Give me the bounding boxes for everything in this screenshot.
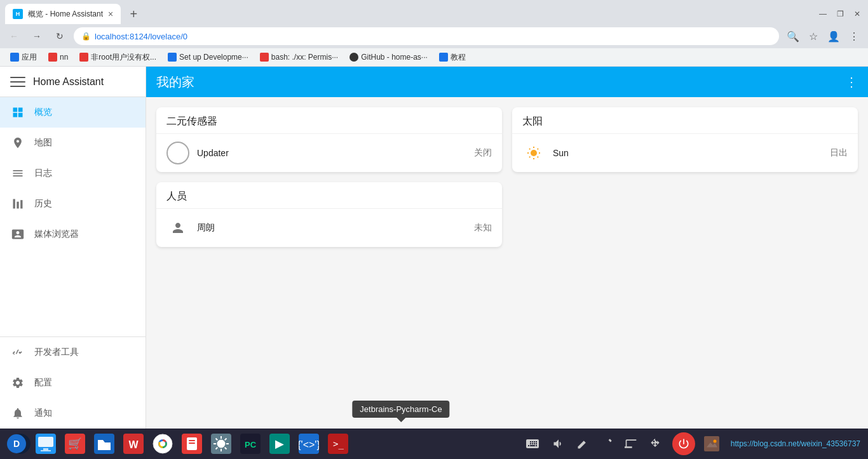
svg-rect-27: [187, 437, 197, 450]
taskbar-app-android[interactable]: ▶: [266, 430, 294, 458]
sidebar-item-config[interactable]: 配置: [0, 368, 146, 398]
back-button[interactable]: ←: [5, 27, 23, 45]
svg-rect-32: [240, 434, 261, 454]
svg-rect-36: [299, 434, 319, 454]
tray-arrows[interactable]: [646, 430, 665, 458]
taskbar-app-vscode[interactable]: {'<>'}: [295, 430, 323, 458]
tray-keyboard[interactable]: [521, 432, 544, 455]
profile-button[interactable]: 👤: [825, 27, 843, 45]
taskbar-app-pycharm[interactable]: PC: [236, 430, 264, 458]
svg-rect-30: [211, 434, 231, 454]
svg-text:{'<>'}: {'<>'}: [299, 439, 319, 450]
bookmark-label: GitHub - home-as···: [361, 53, 428, 62]
svg-rect-40: [704, 436, 719, 451]
bookmark-non-root[interactable]: 非root用户没有权...: [74, 51, 161, 64]
hamburger-menu[interactable]: [10, 74, 25, 90]
bookmark-nn[interactable]: nn: [43, 51, 73, 63]
new-tab-button[interactable]: +: [123, 4, 144, 24]
tooltip-arrow: [397, 418, 405, 422]
lock-icon: 🔒: [81, 32, 91, 41]
sidebar-item-label: 开发者工具: [34, 347, 79, 358]
bookmark-bash[interactable]: bash: ./xx: Permis···: [255, 51, 343, 63]
sidebar-header: Home Assistant: [0, 67, 146, 97]
restore-button[interactable]: ❐: [837, 10, 844, 18]
taskbar-app-deepin[interactable]: D: [3, 430, 31, 458]
notify-icon: [10, 406, 25, 421]
entity-state: 关闭: [474, 147, 492, 159]
sidebar-item-dev[interactable]: 开发者工具: [0, 337, 146, 368]
taskbar-app-terminal[interactable]: >_: [324, 430, 352, 458]
sidebar-item-overview[interactable]: 概览: [0, 97, 146, 128]
tray-power[interactable]: [672, 432, 695, 455]
svg-rect-20: [94, 434, 114, 454]
entity-name: 周朗: [197, 222, 474, 234]
sidebar-item-map[interactable]: 地图: [0, 128, 146, 158]
media-icon: [10, 227, 25, 242]
sidebar-item-log[interactable]: 日志: [0, 158, 146, 189]
window-controls: — ❐ ✕: [819, 10, 868, 18]
taskbar-app-store[interactable]: 🛒: [61, 430, 89, 458]
dashboard: 二元传感器 Updater 关闭 太阳: [146, 97, 868, 459]
bookmarks-bar: 应用 nn 非root用户没有权... Set up Developme··· …: [0, 48, 868, 67]
sidebar-item-notify[interactable]: 通知: [0, 398, 146, 429]
entity-name: Sun: [553, 148, 830, 158]
minimize-button[interactable]: —: [819, 10, 827, 18]
taskbar-app-settings[interactable]: [207, 430, 235, 458]
bookmark-setup[interactable]: Set up Developme···: [163, 51, 254, 63]
forward-button[interactable]: →: [28, 27, 46, 45]
svg-rect-29: [189, 442, 195, 444]
topbar: 我的家 ⋮: [146, 67, 868, 97]
config-icon: [10, 375, 25, 390]
close-button[interactable]: ✕: [854, 10, 860, 18]
entity-name: Updater: [197, 148, 474, 158]
cards-row-2: 人员 周朗 未知: [156, 182, 858, 247]
svg-line-9: [538, 157, 538, 157]
taskbar-app-archive[interactable]: [178, 430, 206, 458]
svg-point-3: [531, 150, 537, 156]
sidebar-title: Home Assistant: [33, 76, 104, 88]
entity-row[interactable]: 周朗 未知: [156, 209, 502, 247]
svg-point-23: [153, 434, 172, 453]
tray-website: https://blog.csdn.net/weixin_43536737: [731, 439, 860, 448]
active-tab[interactable]: H 概览 - Home Assistant ×: [5, 4, 121, 24]
tray-screen[interactable]: [621, 430, 641, 458]
entity-row[interactable]: Updater 关闭: [156, 134, 502, 172]
taskbar-app-files[interactable]: [90, 430, 118, 458]
svg-rect-16: [43, 448, 48, 450]
sidebar-item-label: 媒体浏览器: [34, 229, 79, 240]
taskbar-app-chrome[interactable]: [149, 430, 177, 458]
tray-sound[interactable]: [549, 430, 568, 458]
svg-point-41: [713, 440, 716, 443]
sidebar-item-label: 日志: [34, 168, 52, 179]
refresh-button[interactable]: ↻: [51, 27, 69, 45]
taskbar-app-wps[interactable]: W: [119, 430, 147, 458]
url-bar[interactable]: 🔒 localhost:8124/lovelace/0: [74, 27, 779, 45]
bookmark-label: Set up Developme···: [179, 53, 248, 62]
tray-area: https://blog.csdn.net/weixin_43536737: [521, 430, 865, 458]
sidebar-item-label: 配置: [34, 377, 52, 389]
bookmark-label: nn: [60, 53, 68, 62]
svg-line-8: [529, 149, 530, 149]
tooltip-text: Jetbrains-Pycharm-Ce: [352, 401, 449, 418]
bookmark-tutorial[interactable]: 教程: [434, 51, 471, 64]
topbar-more-button[interactable]: ⋮: [845, 74, 858, 90]
bookmark-button[interactable]: ☆: [804, 27, 822, 45]
svg-line-11: [529, 157, 530, 157]
tray-photo[interactable]: [700, 430, 723, 458]
taskbar-app-monitor[interactable]: [32, 430, 60, 458]
taskbar: D 🛒 W PC ▶ {'<>'}: [0, 429, 868, 459]
menu-button[interactable]: ⋮: [845, 27, 863, 45]
svg-rect-15: [38, 437, 53, 447]
tray-pen2[interactable]: [597, 430, 616, 458]
search-button[interactable]: 🔍: [784, 27, 802, 45]
bookmark-github[interactable]: GitHub - home-as···: [344, 51, 433, 63]
svg-rect-34: [269, 434, 290, 454]
sidebar-item-media[interactable]: 媒体浏览器: [0, 219, 146, 249]
tray-pen1[interactable]: [573, 430, 592, 458]
bookmark-apps[interactable]: 应用: [5, 51, 42, 64]
svg-text:>_: >_: [333, 439, 344, 449]
sidebar-item-history[interactable]: 历史: [0, 189, 146, 219]
browser-chrome: H 概览 - Home Assistant × + — ❐ ✕ ← → ↻ 🔒 …: [0, 0, 868, 67]
tab-close-button[interactable]: ×: [108, 9, 113, 19]
entity-row[interactable]: Sun 日出: [512, 134, 858, 172]
